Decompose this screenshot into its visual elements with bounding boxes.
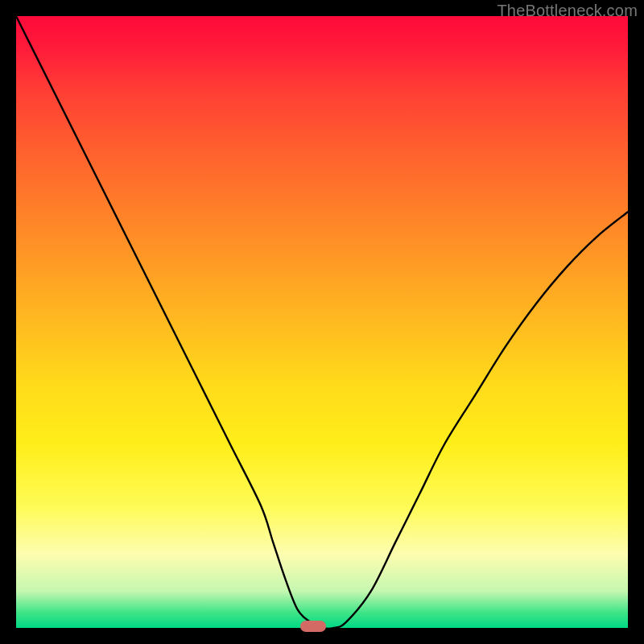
curve-path xyxy=(16,16,628,629)
bottleneck-curve xyxy=(16,16,628,628)
optimal-marker xyxy=(300,621,326,632)
chart-container: TheBottleneck.com xyxy=(0,0,644,644)
watermark-label: TheBottleneck.com xyxy=(497,2,638,20)
